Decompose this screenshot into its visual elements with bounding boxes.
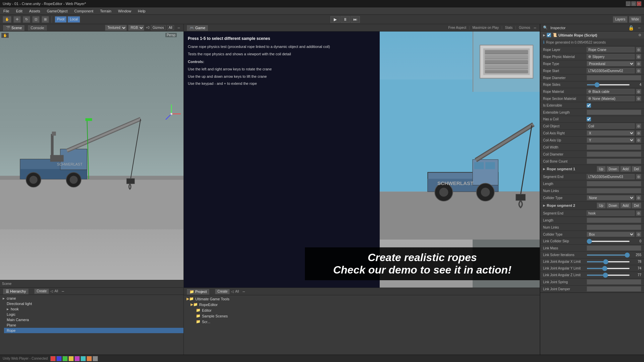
joint-z-slider[interactable] [587, 275, 630, 276]
scene-viewport[interactable]: SCHWERLAST Persp ✋ [0, 32, 183, 280]
minimize-btn[interactable]: _ [626, 1, 631, 6]
ext-len-input[interactable]: 15 [587, 110, 641, 115]
seg2-end-ref[interactable]: hook [587, 210, 635, 216]
maximize-btn[interactable]: □ [631, 1, 636, 6]
hierarchy-close[interactable]: − [61, 289, 65, 294]
rect-tool[interactable]: ⊞ [42, 16, 49, 23]
seg1-len-input[interactable]: 0.95 [587, 181, 641, 186]
segment1-header[interactable]: ▶ Rope segment 1 Up Down Add Del [540, 165, 644, 173]
project-sample-scenes[interactable]: 📁 Sample Scenes [184, 313, 540, 319]
joint-spring-input[interactable]: 1e+21 [587, 279, 641, 285]
seg1-del-btn[interactable]: Del [632, 166, 641, 172]
seg2-collider-select[interactable]: Box None [587, 232, 635, 237]
wide-btn[interactable]: Wide [629, 16, 641, 23]
step-btn[interactable]: ⏭ [351, 16, 360, 23]
game-viewport[interactable]: Press 1-5 to select different sample sce… [184, 32, 540, 288]
rope-diam-input[interactable]: 0.04 [587, 75, 641, 80]
seg2-del-btn[interactable]: Del [632, 202, 641, 208]
hand-tool[interactable]: ✋ [3, 16, 11, 23]
menu-file[interactable]: File [1, 8, 11, 14]
coil-axis-right-select[interactable]: X Y Z [587, 130, 635, 136]
local-btn[interactable]: Local [67, 16, 80, 23]
rope-start-link[interactable]: ◎ [636, 68, 641, 73]
console-tab[interactable]: Console [28, 25, 47, 31]
project-panel-close[interactable]: − [241, 289, 246, 294]
hierarchy-item-rope[interactable]: Rope [4, 328, 183, 333]
menu-help[interactable]: Help [136, 8, 148, 14]
rope-layer-link[interactable]: ◎ [636, 47, 641, 52]
game-tab[interactable]: 🎮 Game [186, 25, 208, 31]
rope-sec-mat-ref[interactable]: None (Material) [587, 96, 635, 101]
all-btn[interactable]: All [167, 25, 174, 30]
link-mass-input[interactable]: 5 [587, 245, 641, 251]
seg2-skip-slider[interactable] [587, 241, 630, 242]
scene-hand-btn[interactable]: ✋ [1, 33, 9, 38]
maximize-label[interactable]: Maximize on Play [473, 26, 499, 29]
hierarchy-item-crane[interactable]: ▶ crane [0, 296, 183, 301]
joint-damper-input[interactable]: 1 [587, 286, 641, 292]
stats-label[interactable]: Stats [505, 26, 513, 29]
hierarchy-item-directional[interactable]: Directional light [4, 301, 183, 306]
inspector-lock-btn[interactable]: 🔒 [628, 25, 635, 31]
seg1-add-btn[interactable]: Add [620, 166, 631, 172]
rope-sides-slider[interactable] [587, 84, 630, 85]
seg1-end-ref[interactable]: LTM1030SeilDummv03 [587, 174, 635, 179]
coil-width-input[interactable]: 0.5 [587, 144, 641, 150]
rope-start-ref[interactable]: LTM1030SeilDummv02 [587, 68, 635, 73]
coil-diam-input[interactable]: 0.6 [587, 152, 641, 157]
menu-assets[interactable]: Assets [27, 8, 42, 14]
game-gizmos-label[interactable]: Gizmos [519, 26, 530, 29]
coil-axis-right-link[interactable]: ◎ [636, 130, 641, 136]
seg1-down-btn[interactable]: Down [606, 166, 620, 172]
seg2-down-btn[interactable]: Down [606, 202, 620, 208]
coil-obj-link[interactable]: ◎ [636, 123, 641, 129]
seg2-up-btn[interactable]: Up [597, 202, 606, 208]
rope-mat-ref[interactable]: Black cable [587, 89, 635, 94]
rotate-tool[interactable]: ↻ [23, 16, 30, 23]
move-tool[interactable]: ✛ [13, 16, 21, 23]
hierarchy-item-plane[interactable]: Plane [4, 322, 183, 328]
layers-btn[interactable]: Layers [613, 16, 628, 23]
coil-obj-ref[interactable]: Coil [587, 123, 635, 129]
project-editor[interactable]: 📁 Editor [184, 307, 540, 313]
pivot-btn[interactable]: Pivot [55, 16, 67, 23]
menu-terrain[interactable]: Terrain [98, 8, 113, 14]
coil-bone-input[interactable]: 200 [587, 159, 641, 164]
project-rope-editor[interactable]: ▶📁 RopeEditor [184, 302, 540, 307]
seg2-collider-link[interactable]: ◎ [636, 232, 641, 237]
component-header[interactable]: ▶ 📜 Ultimate Rope (Script) ⚙ [540, 32, 644, 39]
seg1-links-input[interactable]: 1 [587, 188, 641, 193]
joint-x-slider[interactable] [587, 261, 630, 262]
scale-tool[interactable]: ⊡ [32, 16, 40, 23]
project-ultimate-tools[interactable]: ▶📁 Ultimate Game Tools [184, 296, 540, 302]
seg2-len-input[interactable]: 2 [587, 218, 641, 223]
has-coil-checkbox[interactable] [587, 117, 591, 121]
seg1-up-btn[interactable]: Up [597, 166, 606, 172]
hierarchy-create-btn[interactable]: Create [34, 289, 49, 294]
gizmos-btn[interactable]: Gizmos [151, 25, 166, 30]
rope-mat-link[interactable]: ◎ [636, 89, 641, 94]
project-create-btn[interactable]: Create [215, 289, 230, 294]
pause-btn[interactable]: ⏸ [340, 16, 350, 23]
menu-gameobject[interactable]: GameObject [45, 8, 70, 14]
hierarchy-item-camera[interactable]: Main Camera [4, 317, 183, 322]
scene-panel-close[interactable]: − [177, 25, 181, 31]
component-enable-checkbox[interactable] [547, 33, 551, 37]
rope-type-select[interactable]: Procedural [587, 61, 635, 66]
hierarchy-item-logic[interactable]: Logic [4, 312, 183, 317]
coil-axis-up-link[interactable]: ◎ [636, 137, 641, 143]
seg2-add-btn[interactable]: Add [620, 202, 631, 208]
rope-type-link[interactable]: ◎ [636, 61, 641, 66]
hierarchy-item-hook[interactable]: ▶ hook [4, 306, 183, 312]
coil-axis-up-select[interactable]: Y X Z [587, 137, 635, 143]
color-mode-select[interactable]: RGB [128, 25, 144, 31]
seg2-end-link[interactable]: ◎ [636, 210, 641, 216]
hierarchy-tab[interactable]: ☰ Hierarchy [3, 288, 29, 294]
close-btn[interactable]: × [637, 1, 641, 6]
inspector-close[interactable]: − [637, 25, 641, 31]
view-mode-select[interactable]: Textured [105, 25, 127, 31]
rope-layer-ref[interactable]: Rope Crane [587, 47, 635, 52]
menu-component[interactable]: Component [72, 8, 95, 14]
menu-edit[interactable]: Edit [14, 8, 24, 14]
seg1-end-link[interactable]: ◎ [636, 174, 641, 179]
